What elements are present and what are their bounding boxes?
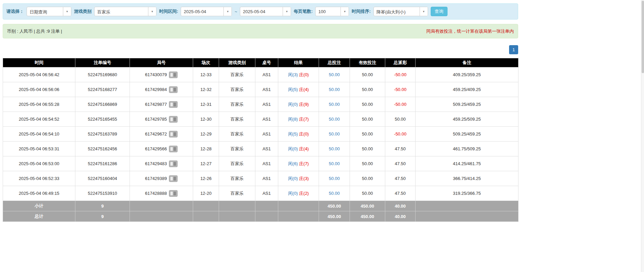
round-id: 617429877: [145, 102, 167, 107]
cell-game-type: 百家乐: [219, 142, 255, 156]
cell-round: 617429785: [130, 112, 193, 127]
cell-total-bet: 50.00: [319, 97, 350, 112]
cell-valid-bet: 50.00: [350, 67, 385, 82]
game-replay-icon[interactable]: [169, 116, 178, 123]
total-bet-link[interactable]: 50.00: [329, 191, 340, 196]
search-button[interactable]: 查询: [431, 7, 448, 16]
empty-cell: [255, 201, 278, 211]
game-replay-icon[interactable]: [169, 160, 178, 167]
cell-table-no: AS1: [255, 82, 278, 97]
filter-bar: 请选择： 日期查询 ▼ 游戏类别 百家乐 ▼ 时间区间: 2025-05-04 …: [3, 3, 518, 20]
page-size-select[interactable]: 100 ▼: [315, 7, 349, 16]
scrollbar-thumb[interactable]: [642, 1, 644, 73]
game-replay-icon[interactable]: [169, 146, 178, 152]
result-player: 闲(8): [288, 117, 298, 122]
cell-bet-id: 522475169680: [75, 67, 130, 82]
cell-round: 617430079: [130, 67, 193, 82]
cell-total-bet: 50.00: [319, 171, 350, 186]
game-type-select[interactable]: 百家乐 ▼: [94, 7, 156, 16]
grand-total-total-bet: 450.00: [319, 211, 350, 222]
cell-result: 闲(0) 庄(9): [278, 97, 319, 112]
cell-round: 617429566: [130, 142, 193, 156]
total-bet-link[interactable]: 50.00: [329, 102, 340, 107]
cell-session: 12-26: [193, 171, 219, 186]
empty-cell: [130, 201, 193, 211]
chevron-down-icon[interactable]: ▼: [283, 7, 291, 16]
cell-table-no: AS1: [255, 142, 278, 156]
total-bet-link[interactable]: 50.00: [329, 72, 340, 77]
total-bet-link[interactable]: 50.00: [329, 131, 340, 137]
cell-valid-bet: 50.00: [350, 156, 385, 171]
grand-total-count: 9: [75, 211, 130, 222]
game-replay-icon[interactable]: [169, 190, 178, 197]
sort-order-select[interactable]: 降幂(由大到小) ▼: [373, 7, 428, 16]
column-header: 游戏类别: [219, 58, 255, 67]
cell-table-no: AS1: [255, 67, 278, 82]
date-range-separator: ~: [235, 9, 237, 14]
cell-table-no: AS1: [255, 97, 278, 112]
game-replay-icon[interactable]: [169, 71, 178, 78]
cell-time: 2025-05-04 06:54:52: [3, 112, 75, 127]
cell-total-bet: 50.00: [319, 142, 350, 156]
page-size-label: 每页笔数:: [294, 8, 313, 14]
total-bet-link[interactable]: 50.00: [329, 117, 340, 122]
total-bet-link[interactable]: 50.00: [329, 146, 340, 151]
cell-valid-bet: 50.00: [350, 112, 385, 127]
cell-session: 12-32: [193, 82, 219, 97]
total-bet-link[interactable]: 50.00: [329, 161, 340, 166]
cell-time: 2025-05-04 06:53:31: [3, 142, 75, 156]
page-content: 请选择： 日期查询 ▼ 游戏类别 百家乐 ▼ 时间区间: 2025-05-04 …: [3, 3, 518, 222]
chevron-down-icon[interactable]: ▼: [341, 7, 349, 16]
cell-result: 闲(0) 庄(3): [278, 171, 319, 186]
chevron-down-icon[interactable]: ▼: [223, 7, 231, 16]
cell-remark: 319.25/366.75: [416, 186, 518, 201]
cell-round: 617429672: [130, 127, 193, 142]
game-replay-icon[interactable]: [169, 86, 178, 93]
date-from-select[interactable]: 2025-05-04 ▼: [181, 7, 232, 16]
cell-payout: -50.00: [385, 67, 416, 82]
date-range-label: 时间区间:: [159, 8, 178, 14]
round-id: 617429566: [145, 146, 167, 151]
cell-payout: 47.50: [385, 171, 416, 186]
result-player: 闲(0): [288, 191, 298, 196]
game-replay-icon[interactable]: [169, 101, 178, 108]
game-replay-icon[interactable]: [169, 175, 178, 182]
chevron-down-icon[interactable]: ▼: [420, 7, 428, 16]
empty-cell: [193, 201, 219, 211]
total-bet-link[interactable]: 50.00: [329, 176, 340, 181]
cell-session: 12-30: [193, 112, 219, 127]
vertical-scrollbar[interactable]: [641, 0, 644, 272]
result-player: 闲(5): [288, 131, 298, 137]
game-replay-icon[interactable]: [169, 131, 178, 138]
cell-game-type: 百家乐: [219, 156, 255, 171]
result-banker: 庄(7): [299, 117, 309, 122]
cell-remark: 509.25/459.25: [416, 127, 518, 142]
cell-bet-id: 522475160404: [75, 171, 130, 186]
chevron-down-icon[interactable]: ▼: [148, 7, 156, 16]
cell-round: 617429389: [130, 171, 193, 186]
cell-result: 闲(3) 庄(0): [278, 67, 319, 82]
cell-time: 2025-05-04 06:56:06: [3, 82, 75, 97]
empty-cell: [416, 201, 518, 211]
cell-game-type: 百家乐: [219, 112, 255, 127]
column-header: 桌号: [255, 58, 278, 67]
cell-total-bet: 50.00: [319, 82, 350, 97]
cell-result: 闲(6) 庄(7): [278, 156, 319, 171]
cell-result: 闲(8) 庄(7): [278, 112, 319, 127]
chevron-down-icon[interactable]: ▼: [63, 7, 71, 16]
cell-total-bet: 50.00: [319, 67, 350, 82]
result-banker: 庄(7): [299, 161, 309, 166]
cell-game-type: 百家乐: [219, 67, 255, 82]
cell-bet-id: 522475166869: [75, 97, 130, 112]
cell-table-no: AS1: [255, 171, 278, 186]
table-row: 2025-05-04 06:49:15 522475153910 6174288…: [3, 186, 518, 201]
pagination-page-1[interactable]: 1: [509, 45, 518, 54]
table-row: 2025-05-04 06:53:31 522475162456 6174295…: [3, 142, 518, 156]
column-header: 有效投注: [350, 58, 385, 67]
cell-time: 2025-05-04 06:53:00: [3, 156, 75, 171]
query-type-select[interactable]: 日期查询 ▼: [27, 7, 71, 16]
total-bet-link[interactable]: 50.00: [329, 87, 340, 92]
date-to-select[interactable]: 2025-05-04 ▼: [240, 7, 291, 16]
grand-total-valid-bet: 450.00: [350, 211, 385, 222]
table-row: 2025-05-04 06:52:33 522475160404 6174293…: [3, 171, 518, 186]
